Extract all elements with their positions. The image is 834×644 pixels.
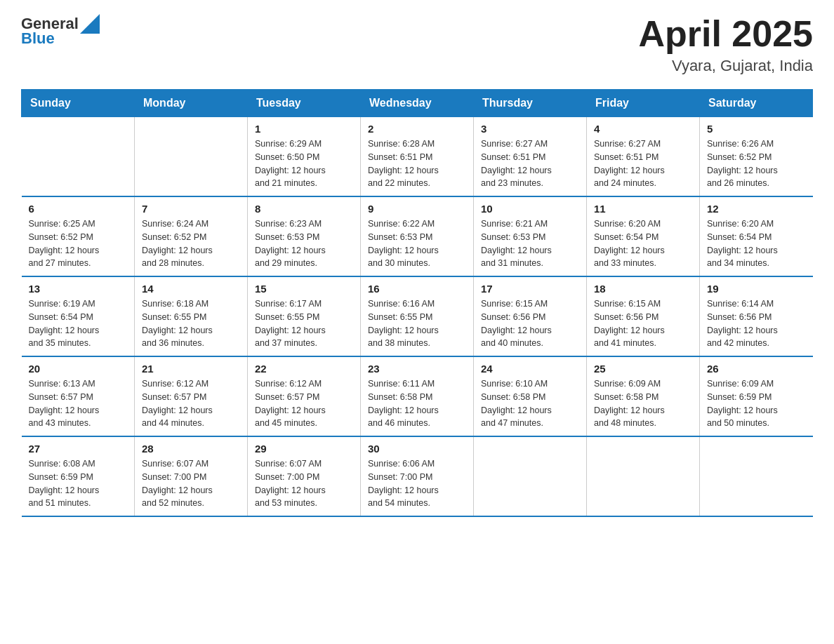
calendar-day-cell: 12Sunrise: 6:20 AMSunset: 6:54 PMDayligh…: [700, 196, 813, 276]
day-number: 29: [255, 443, 353, 455]
day-info: Sunrise: 6:10 AMSunset: 6:58 PMDaylight:…: [481, 377, 579, 430]
calendar-week-row: 20Sunrise: 6:13 AMSunset: 6:57 PMDayligh…: [22, 356, 813, 436]
day-info: Sunrise: 6:16 AMSunset: 6:55 PMDaylight:…: [368, 297, 466, 350]
day-number: 6: [29, 203, 128, 215]
col-monday: Monday: [135, 90, 248, 117]
calendar-day-cell: 27Sunrise: 6:08 AMSunset: 6:59 PMDayligh…: [22, 436, 135, 516]
day-number: 19: [707, 283, 806, 295]
day-number: 9: [368, 203, 466, 215]
day-number: 3: [481, 123, 579, 135]
day-info: Sunrise: 6:27 AMSunset: 6:51 PMDaylight:…: [594, 137, 692, 190]
day-info: Sunrise: 6:20 AMSunset: 6:54 PMDaylight:…: [594, 217, 692, 270]
day-number: 1: [255, 123, 353, 135]
day-info: Sunrise: 6:12 AMSunset: 6:57 PMDaylight:…: [142, 377, 240, 430]
day-info: Sunrise: 6:24 AMSunset: 6:52 PMDaylight:…: [142, 217, 240, 270]
calendar-day-cell: 7Sunrise: 6:24 AMSunset: 6:52 PMDaylight…: [135, 196, 248, 276]
day-info: Sunrise: 6:18 AMSunset: 6:55 PMDaylight:…: [142, 297, 240, 350]
calendar-day-cell: 28Sunrise: 6:07 AMSunset: 7:00 PMDayligh…: [135, 436, 248, 516]
calendar-day-cell: 10Sunrise: 6:21 AMSunset: 6:53 PMDayligh…: [474, 196, 587, 276]
day-info: Sunrise: 6:11 AMSunset: 6:58 PMDaylight:…: [368, 377, 466, 430]
calendar-day-cell: 26Sunrise: 6:09 AMSunset: 6:59 PMDayligh…: [700, 356, 813, 436]
calendar-day-cell: 5Sunrise: 6:26 AMSunset: 6:52 PMDaylight…: [700, 117, 813, 197]
day-info: Sunrise: 6:19 AMSunset: 6:54 PMDaylight:…: [29, 297, 128, 350]
calendar-table: Sunday Monday Tuesday Wednesday Thursday…: [21, 89, 813, 517]
day-info: Sunrise: 6:21 AMSunset: 6:53 PMDaylight:…: [481, 217, 579, 270]
calendar-header-row: Sunday Monday Tuesday Wednesday Thursday…: [22, 90, 813, 117]
day-info: Sunrise: 6:08 AMSunset: 6:59 PMDaylight:…: [29, 457, 128, 510]
day-number: 23: [368, 363, 466, 375]
day-number: 25: [594, 363, 692, 375]
day-info: Sunrise: 6:07 AMSunset: 7:00 PMDaylight:…: [255, 457, 353, 510]
day-number: 14: [142, 283, 240, 295]
day-info: Sunrise: 6:25 AMSunset: 6:52 PMDaylight:…: [29, 217, 128, 270]
calendar-day-cell: 2Sunrise: 6:28 AMSunset: 6:51 PMDaylight…: [361, 117, 474, 197]
day-number: 11: [594, 203, 692, 215]
calendar-day-cell: 6Sunrise: 6:25 AMSunset: 6:52 PMDaylight…: [22, 196, 135, 276]
col-thursday: Thursday: [474, 90, 587, 117]
calendar-day-cell: 20Sunrise: 6:13 AMSunset: 6:57 PMDayligh…: [22, 356, 135, 436]
calendar-day-cell: 11Sunrise: 6:20 AMSunset: 6:54 PMDayligh…: [587, 196, 700, 276]
calendar-day-cell: [22, 117, 135, 197]
calendar-day-cell: [474, 436, 587, 516]
day-number: 12: [707, 203, 806, 215]
logo-text-blue: Blue: [21, 29, 55, 48]
day-number: 27: [29, 443, 128, 455]
calendar-day-cell: 14Sunrise: 6:18 AMSunset: 6:55 PMDayligh…: [135, 276, 248, 356]
calendar-week-row: 27Sunrise: 6:08 AMSunset: 6:59 PMDayligh…: [22, 436, 813, 516]
day-info: Sunrise: 6:06 AMSunset: 7:00 PMDaylight:…: [368, 457, 466, 510]
day-number: 4: [594, 123, 692, 135]
calendar-week-row: 1Sunrise: 6:29 AMSunset: 6:50 PMDaylight…: [22, 117, 813, 197]
day-info: Sunrise: 6:29 AMSunset: 6:50 PMDaylight:…: [255, 137, 353, 190]
svg-marker-0: [80, 14, 100, 34]
day-number: 5: [707, 123, 806, 135]
col-tuesday: Tuesday: [248, 90, 361, 117]
day-info: Sunrise: 6:09 AMSunset: 6:58 PMDaylight:…: [594, 377, 692, 430]
calendar-day-cell: 29Sunrise: 6:07 AMSunset: 7:00 PMDayligh…: [248, 436, 361, 516]
day-info: Sunrise: 6:27 AMSunset: 6:51 PMDaylight:…: [481, 137, 579, 190]
location-title: Vyara, Gujarat, India: [638, 57, 813, 75]
day-number: 30: [368, 443, 466, 455]
day-number: 20: [29, 363, 128, 375]
day-info: Sunrise: 6:15 AMSunset: 6:56 PMDaylight:…: [594, 297, 692, 350]
day-info: Sunrise: 6:07 AMSunset: 7:00 PMDaylight:…: [142, 457, 240, 510]
calendar-day-cell: 22Sunrise: 6:12 AMSunset: 6:57 PMDayligh…: [248, 356, 361, 436]
calendar-day-cell: 24Sunrise: 6:10 AMSunset: 6:58 PMDayligh…: [474, 356, 587, 436]
day-number: 26: [707, 363, 806, 375]
calendar-day-cell: 8Sunrise: 6:23 AMSunset: 6:53 PMDaylight…: [248, 196, 361, 276]
day-number: 21: [142, 363, 240, 375]
day-number: 7: [142, 203, 240, 215]
day-number: 16: [368, 283, 466, 295]
day-number: 28: [142, 443, 240, 455]
day-number: 17: [481, 283, 579, 295]
day-info: Sunrise: 6:12 AMSunset: 6:57 PMDaylight:…: [255, 377, 353, 430]
day-number: 10: [481, 203, 579, 215]
calendar-day-cell: 23Sunrise: 6:11 AMSunset: 6:58 PMDayligh…: [361, 356, 474, 436]
day-number: 18: [594, 283, 692, 295]
calendar-week-row: 6Sunrise: 6:25 AMSunset: 6:52 PMDaylight…: [22, 196, 813, 276]
day-info: Sunrise: 6:14 AMSunset: 6:56 PMDaylight:…: [707, 297, 806, 350]
calendar-day-cell: 13Sunrise: 6:19 AMSunset: 6:54 PMDayligh…: [22, 276, 135, 356]
day-info: Sunrise: 6:22 AMSunset: 6:53 PMDaylight:…: [368, 217, 466, 270]
logo: General Blue: [21, 14, 100, 48]
day-number: 13: [29, 283, 128, 295]
day-number: 24: [481, 363, 579, 375]
calendar-day-cell: 18Sunrise: 6:15 AMSunset: 6:56 PMDayligh…: [587, 276, 700, 356]
col-friday: Friday: [587, 90, 700, 117]
day-info: Sunrise: 6:26 AMSunset: 6:52 PMDaylight:…: [707, 137, 806, 190]
day-info: Sunrise: 6:20 AMSunset: 6:54 PMDaylight:…: [707, 217, 806, 270]
calendar-day-cell: 30Sunrise: 6:06 AMSunset: 7:00 PMDayligh…: [361, 436, 474, 516]
calendar-day-cell: 15Sunrise: 6:17 AMSunset: 6:55 PMDayligh…: [248, 276, 361, 356]
calendar-day-cell: [135, 117, 248, 197]
calendar-week-row: 13Sunrise: 6:19 AMSunset: 6:54 PMDayligh…: [22, 276, 813, 356]
day-number: 2: [368, 123, 466, 135]
day-number: 22: [255, 363, 353, 375]
title-section: April 2025 Vyara, Gujarat, India: [638, 14, 813, 75]
calendar-day-cell: [587, 436, 700, 516]
calendar-day-cell: 25Sunrise: 6:09 AMSunset: 6:58 PMDayligh…: [587, 356, 700, 436]
calendar-day-cell: 3Sunrise: 6:27 AMSunset: 6:51 PMDaylight…: [474, 117, 587, 197]
calendar-day-cell: 4Sunrise: 6:27 AMSunset: 6:51 PMDaylight…: [587, 117, 700, 197]
day-info: Sunrise: 6:15 AMSunset: 6:56 PMDaylight:…: [481, 297, 579, 350]
calendar-day-cell: 17Sunrise: 6:15 AMSunset: 6:56 PMDayligh…: [474, 276, 587, 356]
calendar-day-cell: [700, 436, 813, 516]
col-sunday: Sunday: [22, 90, 135, 117]
